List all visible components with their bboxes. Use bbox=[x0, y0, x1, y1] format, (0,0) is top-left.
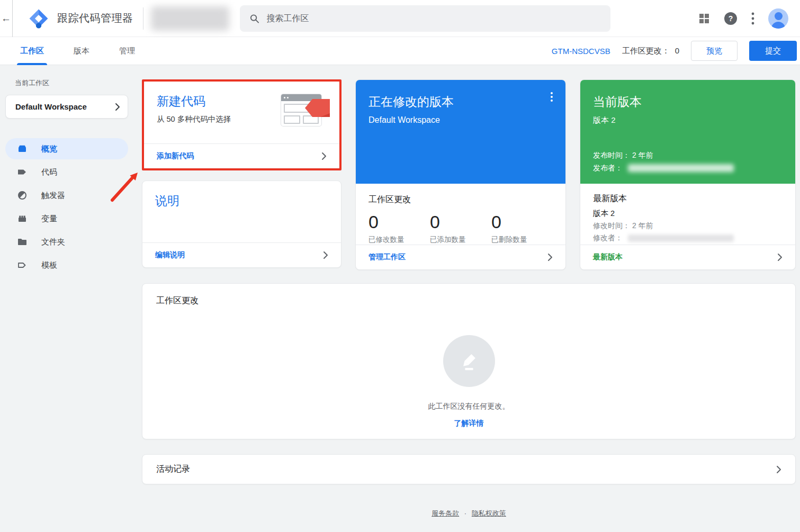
tab-workspace[interactable]: 工作区 bbox=[5, 37, 59, 65]
chevron-right-icon bbox=[547, 253, 553, 262]
account-avatar[interactable] bbox=[768, 8, 788, 29]
main-area: 新建代码 从 50 多种代码中选择 bbox=[133, 65, 800, 532]
live-version-title: 当前版本 bbox=[593, 94, 783, 110]
toolbar: 工作区 版本 管理 GTM-NSDCVSB 工作区更改：0 预览 提交 bbox=[0, 37, 800, 65]
current-workspace-label: 当前工作区 bbox=[15, 78, 133, 88]
published-time: 发布时间： 2 年前 bbox=[593, 149, 783, 161]
annotation-red-box: 新建代码 从 50 多种代码中选择 bbox=[142, 79, 341, 170]
description-card: 说明 编辑说明 bbox=[142, 181, 341, 268]
editing-version-card: 正在修改的版本 Default Workspace 工作区更改 0 已修改数量 bbox=[355, 79, 566, 270]
page-footer: 服务条款 · 隐私权政策 bbox=[142, 509, 796, 518]
editing-version-workspace: Default Workspace bbox=[368, 115, 553, 125]
empty-state-text: 此工作区没有任何更改。 bbox=[428, 402, 510, 411]
chevron-right-icon bbox=[323, 251, 328, 259]
modifier-label: 修改者： bbox=[593, 233, 623, 243]
app-title: 跟踪代码管理器 bbox=[57, 11, 133, 25]
new-tag-card: 新建代码 从 50 多种代码中选择 bbox=[144, 82, 339, 168]
svg-text:?: ? bbox=[729, 14, 733, 23]
sidebar-nav: 概览 代码 触发器 bbox=[0, 138, 133, 276]
header-divider bbox=[143, 7, 143, 30]
search-bar[interactable] bbox=[240, 5, 610, 32]
overview-icon bbox=[17, 143, 28, 154]
app-header: ← 跟踪代码管理器 ? bbox=[0, 0, 800, 37]
gtm-logo-icon bbox=[29, 8, 49, 29]
description-title: 说明 bbox=[155, 193, 328, 209]
activity-log-card[interactable]: 活动记录 bbox=[142, 454, 796, 484]
chevron-right-icon bbox=[321, 152, 327, 160]
latest-version-info: 最新版本 版本 2 修改时间： 2 年前 修改者： bbox=[580, 184, 795, 243]
manage-workspace-action[interactable]: 管理工作区 bbox=[356, 245, 565, 269]
preview-button[interactable]: 预览 bbox=[691, 41, 738, 61]
workspace-changes-stats: 工作区更改 0 已修改数量 0 已添加数量 0 bbox=[356, 184, 565, 245]
tab-admin[interactable]: 管理 bbox=[104, 37, 150, 65]
back-arrow-icon: ← bbox=[1, 13, 11, 24]
stat-added: 0 已添加数量 bbox=[430, 212, 491, 245]
tag-icon bbox=[17, 167, 28, 177]
search-input[interactable] bbox=[267, 14, 601, 23]
back-button[interactable]: ← bbox=[0, 0, 13, 37]
publisher-label: 发布者： bbox=[593, 161, 623, 174]
latest-version-action[interactable]: 最新版本 bbox=[580, 245, 795, 269]
sidebar-item-triggers[interactable]: 触发器 bbox=[5, 185, 128, 206]
sidebar-item-tags[interactable]: 代码 bbox=[5, 161, 128, 183]
apps-grid-icon[interactable] bbox=[698, 13, 710, 24]
add-new-tag-action[interactable]: 添加新代码 bbox=[144, 143, 339, 168]
privacy-link[interactable]: 隐私权政策 bbox=[472, 509, 506, 517]
chevron-right-icon bbox=[777, 253, 783, 262]
chevron-right-icon bbox=[776, 465, 781, 474]
live-version-card: 当前版本 版本 2 发布时间： 2 年前 发布者： 最新版本 版本 2 bbox=[580, 79, 796, 270]
search-icon bbox=[249, 13, 259, 24]
tag-window-illustration-icon bbox=[281, 93, 330, 127]
variable-icon bbox=[17, 213, 28, 224]
workspace-selector[interactable]: Default Workspace bbox=[5, 95, 128, 119]
live-version-number: 版本 2 bbox=[593, 115, 783, 125]
help-icon[interactable]: ? bbox=[724, 12, 738, 25]
redacted-modifier-name bbox=[628, 235, 734, 242]
more-menu-icon[interactable] bbox=[751, 12, 754, 25]
workspace-changes-count: 工作区更改：0 bbox=[622, 46, 679, 56]
edit-pencil-icon bbox=[443, 335, 495, 387]
terms-link[interactable]: 服务条款 bbox=[432, 509, 459, 517]
trigger-icon bbox=[17, 190, 28, 201]
sidebar-item-variables[interactable]: 变量 bbox=[5, 208, 128, 229]
stat-deleted: 0 已删除数量 bbox=[491, 212, 553, 245]
sidebar-item-folders[interactable]: 文件夹 bbox=[5, 231, 128, 253]
template-icon bbox=[17, 260, 28, 270]
chevron-right-icon bbox=[115, 103, 120, 111]
tab-versions[interactable]: 版本 bbox=[59, 37, 104, 65]
workspace-changes-card: 工作区更改 此工作区没有任何更改。 了解详情 bbox=[142, 283, 796, 439]
modified-time: 修改时间： 2 年前 bbox=[593, 221, 783, 231]
folder-icon bbox=[17, 237, 28, 247]
sidebar: 当前工作区 Default Workspace 概览 代码 bbox=[0, 65, 133, 532]
container-id-link[interactable]: GTM-NSDCVSB bbox=[552, 47, 610, 56]
redacted-publisher-name bbox=[628, 164, 734, 172]
learn-more-link[interactable]: 了解详情 bbox=[454, 419, 484, 428]
stat-modified: 0 已修改数量 bbox=[368, 212, 430, 245]
avatar-person-icon bbox=[775, 12, 783, 20]
editing-version-title: 正在修改的版本 bbox=[368, 94, 553, 110]
red-tag-icon bbox=[304, 98, 330, 118]
sidebar-item-templates[interactable]: 模板 bbox=[5, 255, 128, 276]
submit-button[interactable]: 提交 bbox=[749, 41, 797, 61]
edit-description-action[interactable]: 编辑说明 bbox=[142, 242, 341, 267]
redacted-account-name bbox=[151, 6, 229, 31]
workspace-name: Default Workspace bbox=[15, 102, 87, 111]
card-more-menu-icon[interactable] bbox=[546, 91, 557, 103]
sidebar-item-overview[interactable]: 概览 bbox=[5, 138, 128, 159]
